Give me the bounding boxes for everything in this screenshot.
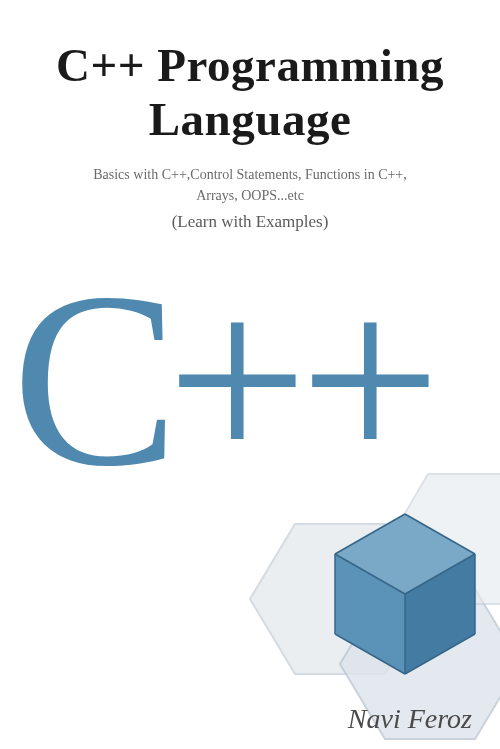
title-line-2: Language bbox=[149, 93, 352, 145]
cube-edge bbox=[335, 514, 405, 554]
hexagon-shape-1 bbox=[250, 524, 430, 674]
cube-edge bbox=[405, 554, 475, 594]
title-line-1: C++ Programming bbox=[56, 39, 444, 91]
cube-edge bbox=[405, 514, 475, 554]
cube-top-face bbox=[335, 514, 475, 594]
book-subtitle: Basics with C++,Control Statements, Func… bbox=[24, 164, 476, 206]
author-name: Navi Feroz bbox=[348, 703, 472, 735]
subtitle-line-2: Arrays, OOPS...etc bbox=[196, 188, 304, 203]
cube-edge bbox=[335, 634, 405, 674]
cube-icon bbox=[335, 514, 475, 674]
cube-edge bbox=[335, 554, 405, 594]
cube-edge bbox=[405, 634, 475, 674]
logo-container: C++ bbox=[0, 255, 500, 505]
cpp-logo-text: C++ bbox=[12, 241, 433, 518]
book-title: C++ Programming Language bbox=[24, 38, 476, 146]
book-tagline: (Learn with Examples) bbox=[24, 212, 476, 232]
book-cover: C++ Programming Language Basics with C++… bbox=[0, 0, 500, 749]
subtitle-line-1: Basics with C++,Control Statements, Func… bbox=[93, 167, 407, 182]
cube-right-face bbox=[405, 554, 475, 674]
cube-left-face bbox=[335, 554, 405, 674]
